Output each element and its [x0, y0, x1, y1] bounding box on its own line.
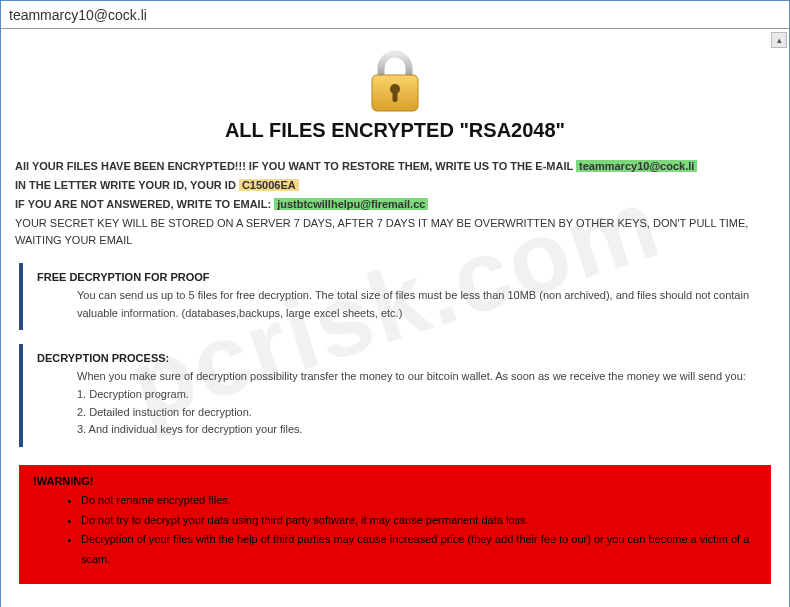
warning-list: Do not rename encrypted files. Do not tr… [33, 491, 757, 570]
email-primary: teammarcy10@cock.li [576, 160, 697, 172]
warning-box: !WARNING! Do not rename encrypted files.… [19, 465, 771, 584]
intro-line-4: YOUR SECRET KEY WILL BE STORED ON A SERV… [15, 215, 775, 249]
warning-item-3: Decryption of your files with the help o… [81, 530, 757, 570]
scroll-up-button[interactable]: ▴ [771, 32, 787, 48]
warning-item-1: Do not rename encrypted files. [81, 491, 757, 511]
email-secondary: justbtcwillhelpu@firemail.cc [274, 198, 428, 210]
window-titlebar[interactable]: teammarcy10@cock.li [1, 1, 789, 29]
main-heading: ALL FILES ENCRYPTED "RSA2048" [15, 119, 775, 142]
window-title: teammarcy10@cock.li [9, 7, 147, 23]
svg-rect-2 [393, 91, 398, 102]
process-intro: When you make sure of decryption possibi… [77, 368, 761, 386]
victim-id: C15006EA [239, 179, 299, 191]
decryption-process-section: DECRYPTION PROCESS: When you make sure o… [19, 344, 771, 446]
process-step-3: 3. And individual keys for decryption yo… [77, 421, 761, 439]
warning-title: !WARNING! [33, 475, 757, 487]
intro-text-1: All YOUR FILES HAVE BEEN ENCRYPTED!!! IF… [15, 160, 576, 172]
warning-item-2: Do not try to decrypt your data using th… [81, 511, 757, 531]
process-step-1: 1. Decryption program. [77, 386, 761, 404]
chevron-up-icon: ▴ [777, 35, 782, 45]
intro-text-2: IN THE LETTER WRITE YOUR ID, YOUR ID [15, 179, 239, 191]
lock-icon [366, 49, 424, 113]
lock-icon-wrap [15, 49, 775, 113]
free-decryption-title: FREE DECRYPTION FOR PROOF [37, 271, 761, 283]
free-decryption-section: FREE DECRYPTION FOR PROOF You can send u… [19, 263, 771, 330]
intro-line-1: All YOUR FILES HAVE BEEN ENCRYPTED!!! IF… [15, 158, 775, 175]
intro-line-3: IF YOU ARE NOT ANSWERED, WRITE TO EMAIL:… [15, 196, 775, 213]
message-window: teammarcy10@cock.li ▴ pcrisk.com [0, 0, 790, 607]
free-decryption-body: You can send us up to 5 files for free d… [37, 287, 761, 322]
intro-text-3: IF YOU ARE NOT ANSWERED, WRITE TO EMAIL: [15, 198, 274, 210]
decryption-process-title: DECRYPTION PROCESS: [37, 352, 761, 364]
decryption-process-body: When you make sure of decryption possibi… [37, 368, 761, 438]
intro-line-2: IN THE LETTER WRITE YOUR ID, YOUR ID C15… [15, 177, 775, 194]
message-body: pcrisk.com ALL FILES ENCRYPTED "RSA2048" [1, 29, 789, 607]
process-step-2: 2. Detailed instuction for decryption. [77, 404, 761, 422]
